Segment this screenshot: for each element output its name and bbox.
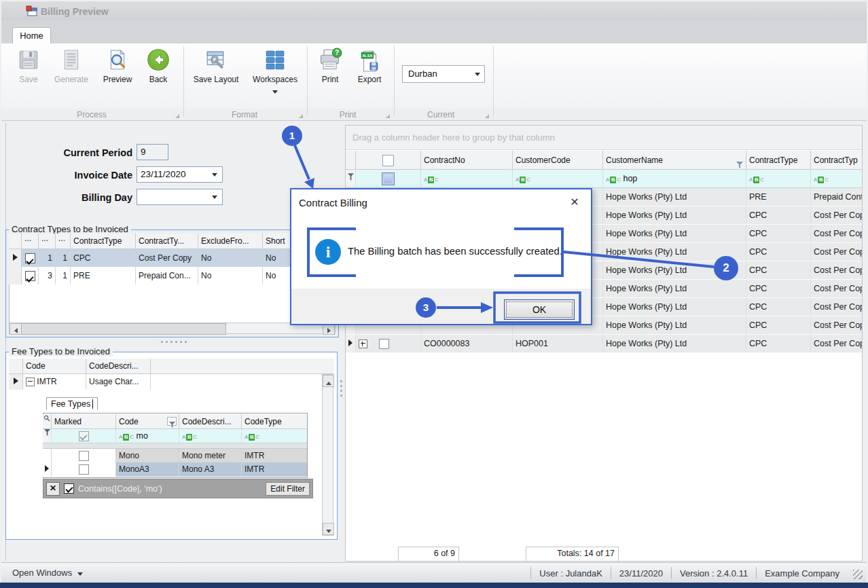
workspaces-button[interactable]: Workspaces (246, 48, 304, 92)
filter-checkbox-button[interactable] (356, 170, 421, 188)
filter-contractno-input[interactable]: B (421, 170, 513, 188)
filter-condition-panel: ✕ Contains([Code], 'mo') Edit Filter (43, 479, 313, 498)
group-by-panel[interactable]: Drag a column header here to group by th… (346, 126, 863, 150)
open-windows-menu[interactable]: Open Windows (12, 568, 83, 578)
table-row[interactable]: 1 1 CPC Cost Per Copy No No (9, 249, 336, 267)
back-button[interactable]: Back (141, 48, 175, 92)
ok-button[interactable]: OK (504, 299, 575, 320)
billing-day-combo[interactable] (137, 189, 223, 205)
scroll-down-icon[interactable] (323, 523, 334, 535)
status-user: User : JulandaK (531, 568, 611, 578)
cell-exclude: No (198, 249, 263, 267)
column-header-codedesc[interactable]: CodeDescri... (86, 359, 151, 374)
filter-codedesc-input[interactable]: B (179, 429, 242, 443)
table-row[interactable]: CO0000083 HOP001 Hope Works (Pty) Ltd CP… (346, 335, 863, 353)
row-checkbox[interactable] (52, 449, 116, 462)
column-header-excludefrom[interactable]: ExcludeFro... (198, 234, 263, 249)
column-header-contracttype[interactable]: ContractType (746, 151, 811, 170)
column-header-code[interactable]: Code (23, 359, 86, 374)
group-options-icon[interactable] (485, 114, 489, 118)
column-header-codedesc[interactable]: CodeDescri... (179, 414, 242, 429)
combo-dropdown-icon[interactable] (212, 173, 217, 177)
table-row[interactable]: 3 1 PRE Prepaid Con... No No (9, 267, 336, 284)
combo-dropdown-icon[interactable] (475, 73, 480, 76)
title-bar: Billing Preview (1, 1, 867, 20)
billing-grid-filter-row[interactable]: B B B hop B B (346, 170, 863, 188)
tab-home[interactable]: Home (12, 27, 51, 43)
close-filter-icon[interactable]: ✕ (46, 482, 60, 496)
header-filler (151, 359, 334, 374)
save-layout-button[interactable]: Save Layout (189, 48, 243, 92)
ribbon-group-divider (183, 46, 184, 117)
dialog-close-button[interactable]: ✕ (567, 195, 582, 210)
status-date: 23/11/2020 (611, 568, 671, 578)
column-header-contractno[interactable]: ContractNo (421, 151, 513, 170)
filter-codetype-input[interactable]: B (242, 429, 307, 443)
filter-customercode-input[interactable]: B (513, 170, 603, 188)
scroll-left-icon[interactable] (10, 323, 22, 335)
filter-funnel-icon[interactable] (167, 417, 177, 426)
print-button[interactable]: ? Print (312, 48, 348, 92)
search-icon[interactable] (43, 414, 52, 429)
filter-marked-checkbox[interactable] (52, 429, 116, 443)
scroll-up-icon[interactable] (323, 375, 334, 387)
combo-dropdown-icon[interactable] (212, 196, 217, 199)
workspaces-button-label: Workspaces (246, 75, 304, 84)
column-header-customername[interactable]: CustomerName (603, 151, 746, 170)
column-header-codetype[interactable]: CodeType (242, 414, 307, 429)
resize-grip[interactable] (853, 570, 863, 579)
preview-button[interactable]: Preview (96, 48, 139, 92)
abc-type-icon: B (119, 430, 134, 443)
export-button[interactable]: XLSX Export (350, 48, 388, 92)
filter-funnel-icon[interactable] (736, 156, 743, 170)
column-header[interactable]: ... (39, 234, 56, 249)
filter-contracttype-input[interactable]: B (746, 170, 811, 188)
column-header-code[interactable]: Code (116, 414, 179, 429)
cell-contracttype: PRE (71, 267, 136, 284)
current-branch-combo[interactable]: Durban (402, 65, 485, 83)
group-options-icon[interactable] (175, 114, 179, 118)
row-checkbox[interactable] (22, 249, 39, 267)
filter-customername-input[interactable]: B hop (603, 170, 746, 188)
scrollbar-thumb[interactable] (21, 323, 226, 335)
row-checkbox[interactable] (22, 267, 39, 284)
group-options-icon[interactable] (386, 114, 390, 118)
row-indicator-icon (346, 335, 356, 353)
column-header-customercode[interactable]: CustomerCode (513, 151, 603, 170)
horizontal-scrollbar[interactable] (9, 323, 336, 334)
row-checkbox[interactable] (379, 339, 389, 349)
column-header-contracttypedesc[interactable]: ContractTy... (136, 234, 198, 249)
generate-document-icon (50, 48, 92, 73)
workspaces-dropdown-icon[interactable] (272, 90, 278, 94)
column-header[interactable]: ... (56, 234, 71, 249)
expand-icon[interactable] (359, 339, 367, 348)
current-period-field[interactable]: 9 (137, 144, 168, 160)
edit-filter-button[interactable]: Edit Filter (266, 482, 310, 496)
table-row[interactable]: IMTR Usage Char... (9, 374, 334, 390)
filter-code-input[interactable]: B mo (116, 429, 179, 443)
filter-enabled-checkbox[interactable] (64, 483, 74, 494)
table-row[interactable]: Mono Mono meter IMTR (43, 449, 307, 462)
abc-type-icon: B (182, 430, 197, 443)
column-header[interactable]: ... (22, 234, 39, 249)
fee-detail-filter-row[interactable]: B mo B B (43, 429, 307, 443)
tab-fee-types[interactable]: Fee Types (46, 397, 98, 410)
current-period-label: Current Period (24, 147, 132, 158)
cell-customercode: HOP001 (513, 335, 603, 353)
group-options-icon[interactable] (299, 114, 303, 118)
vertical-splitter[interactable] (340, 380, 342, 397)
status-version: Version : 2.4.0.11 (672, 568, 756, 578)
horizontal-splitter[interactable] (161, 341, 187, 343)
cell-contracttype: CPC (746, 298, 811, 316)
column-header-marked[interactable]: Marked (52, 414, 116, 429)
filter-contracttypedesc-input[interactable]: B (811, 170, 863, 188)
vertical-scrollbar[interactable] (322, 374, 333, 536)
select-all-checkbox[interactable] (356, 151, 421, 170)
row-checkbox[interactable] (52, 462, 116, 477)
collapse-icon[interactable] (26, 378, 35, 386)
table-row[interactable]: MonoA3 Mono A3 IMTR (43, 462, 307, 477)
column-header-contracttypedesc[interactable]: ContractTyp (811, 151, 863, 170)
column-header-contracttype[interactable]: ContractType (71, 234, 136, 249)
abc-type-icon: B (245, 430, 259, 443)
invoice-date-combo[interactable]: 23/11/2020 (137, 166, 223, 183)
